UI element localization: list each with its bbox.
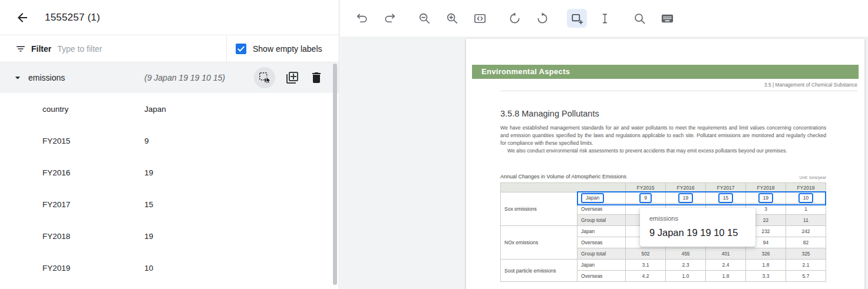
header-fy2019: FY2019 bbox=[786, 183, 826, 192]
annotation-box[interactable]: 19 bbox=[678, 193, 693, 203]
category-cell: Sox emissions bbox=[501, 192, 577, 226]
field-row-fy2017[interactable]: FY2017 15 bbox=[0, 188, 339, 220]
fit-region-icon bbox=[473, 12, 487, 25]
zoom-out-icon bbox=[418, 12, 431, 25]
rotate-ccw-button[interactable] bbox=[504, 9, 524, 28]
keyboard-icon bbox=[661, 12, 674, 25]
chevron-down-icon[interactable] bbox=[12, 72, 24, 84]
table-caption-row: Annual Changes in Volume of Atmospheric … bbox=[500, 174, 826, 180]
annotation-box[interactable]: 10 bbox=[798, 193, 813, 203]
viewer-toolbar bbox=[340, 0, 868, 36]
panel-scrollbar[interactable] bbox=[333, 64, 337, 285]
paragraph: We also conduct environmental risk asses… bbox=[500, 147, 826, 155]
field-value[interactable]: 9 bbox=[144, 137, 149, 145]
field-name: FY2016 bbox=[42, 168, 70, 177]
redo-icon bbox=[383, 12, 397, 25]
zoom-in-button[interactable] bbox=[442, 9, 462, 28]
zoom-out-button[interactable] bbox=[414, 9, 434, 28]
redo-button[interactable] bbox=[379, 9, 400, 28]
page-banner: Environmental Aspects bbox=[472, 65, 859, 79]
delete-icon bbox=[309, 71, 324, 85]
rotate-ccw-icon bbox=[508, 12, 522, 25]
add-instance-icon bbox=[285, 71, 299, 85]
table-header-row: FY2015 FY2016 FY2017 FY2018 FY2019 bbox=[501, 183, 826, 192]
filter-list-icon bbox=[15, 44, 26, 54]
body-text: We have established management standards… bbox=[500, 124, 826, 155]
label-group-row-emissions[interactable]: emissions (9 Japan 19 19 10 15) bbox=[0, 62, 339, 93]
label-group-summary: (9 Japan 19 19 10 15) bbox=[144, 73, 225, 82]
header-fy2016: FY2016 bbox=[666, 183, 706, 192]
table-unit: Unit: tons/year bbox=[800, 175, 826, 180]
annotation-tooltip: emissions 9 Japan 19 19 10 15 bbox=[640, 208, 755, 247]
search-icon bbox=[633, 12, 646, 25]
back-button[interactable] bbox=[15, 11, 29, 25]
rotate-cw-icon bbox=[536, 12, 549, 25]
header-blank bbox=[501, 183, 626, 192]
highlight-box-button[interactable] bbox=[254, 67, 275, 88]
add-bounding-box-button[interactable] bbox=[567, 9, 587, 28]
field-name: FY2015 bbox=[42, 137, 70, 145]
document-title: 1555257 (1) bbox=[45, 12, 100, 24]
filter-bar: Filter Show empty labels bbox=[0, 35, 339, 62]
header-fy2018: FY2018 bbox=[746, 183, 786, 192]
annotation-box[interactable]: 9 bbox=[639, 193, 652, 203]
field-list: country Japan FY2015 9 FY2016 19 FY2017 … bbox=[0, 93, 339, 284]
annotation-box[interactable]: 19 bbox=[758, 193, 773, 203]
section-title: 3.5.8 Managing Pollutants bbox=[500, 109, 599, 118]
paragraph: We have established management standards… bbox=[500, 124, 826, 147]
search-button[interactable] bbox=[629, 9, 649, 28]
field-row-fy2015[interactable]: FY2015 9 bbox=[0, 125, 339, 157]
panel-header: 1555257 (1) bbox=[0, 0, 339, 35]
zoom-in-icon bbox=[445, 12, 459, 25]
field-name: FY2018 bbox=[42, 232, 70, 241]
table-row: Soot particle emissions Japan 3.1 2.3 2.… bbox=[501, 260, 826, 271]
add-bounding-box-icon bbox=[570, 12, 584, 25]
text-select-icon bbox=[598, 12, 612, 25]
keyboard-button[interactable] bbox=[657, 9, 677, 28]
page-breadcrumb: 3.5 | Management of Chemical Substance bbox=[500, 82, 857, 91]
field-name: country bbox=[42, 105, 68, 114]
fit-region-button[interactable] bbox=[470, 9, 490, 28]
field-value[interactable]: 19 bbox=[144, 168, 153, 177]
show-empty-toggle[interactable]: Show empty labels bbox=[226, 35, 339, 62]
document-page: Environmental Aspects 3.5 | Management o… bbox=[466, 39, 864, 289]
category-cell: NOx emissions bbox=[501, 226, 577, 260]
field-value[interactable]: Japan bbox=[144, 105, 166, 114]
field-value[interactable]: 10 bbox=[144, 264, 153, 273]
annotation-box[interactable]: 15 bbox=[718, 193, 733, 203]
text-select-button[interactable] bbox=[595, 9, 615, 28]
arrow-back-icon bbox=[15, 11, 29, 25]
mouse-cursor-icon bbox=[264, 76, 273, 85]
labels-panel: 1555257 (1) Filter Show empty labels emi… bbox=[0, 0, 339, 289]
filter-label: Filter bbox=[31, 44, 51, 54]
tooltip-value: 9 Japan 19 19 10 15 bbox=[649, 227, 746, 238]
table-row-annotated: Sox emissions Japan 9 19 15 19 10 bbox=[501, 192, 826, 204]
delete-button[interactable] bbox=[309, 71, 324, 85]
app-root: 1555257 (1) Filter Show empty labels emi… bbox=[0, 0, 868, 289]
header-fy2015: FY2015 bbox=[626, 183, 666, 192]
field-name: FY2019 bbox=[42, 264, 70, 273]
sub-cell: Japan bbox=[577, 192, 626, 204]
field-row-country[interactable]: country Japan bbox=[0, 93, 339, 125]
filter-input[interactable] bbox=[57, 44, 163, 54]
tooltip-label: emissions bbox=[649, 215, 746, 222]
rotate-cw-button[interactable] bbox=[532, 9, 552, 28]
checkbox-checked-icon[interactable] bbox=[236, 44, 246, 54]
field-row-fy2018[interactable]: FY2018 19 bbox=[0, 220, 339, 252]
field-name: FY2017 bbox=[42, 200, 70, 209]
header-fy2017: FY2017 bbox=[706, 183, 746, 192]
undo-icon bbox=[355, 12, 369, 25]
undo-button[interactable] bbox=[352, 9, 372, 28]
category-cell: Soot particle emissions bbox=[501, 260, 577, 282]
annotation-box[interactable]: Japan bbox=[581, 193, 604, 203]
document-canvas: Environmental Aspects 3.5 | Management o… bbox=[340, 36, 868, 289]
show-empty-label: Show empty labels bbox=[253, 44, 322, 54]
label-group-name[interactable]: emissions bbox=[28, 73, 65, 82]
add-instance-button[interactable] bbox=[285, 71, 299, 85]
label-group-actions bbox=[254, 67, 324, 88]
document-viewer: Environmental Aspects 3.5 | Management o… bbox=[340, 0, 868, 289]
field-row-fy2016[interactable]: FY2016 19 bbox=[0, 157, 339, 188]
field-value[interactable]: 19 bbox=[144, 232, 153, 241]
field-row-fy2019[interactable]: FY2019 10 bbox=[0, 252, 339, 284]
field-value[interactable]: 15 bbox=[144, 200, 153, 209]
